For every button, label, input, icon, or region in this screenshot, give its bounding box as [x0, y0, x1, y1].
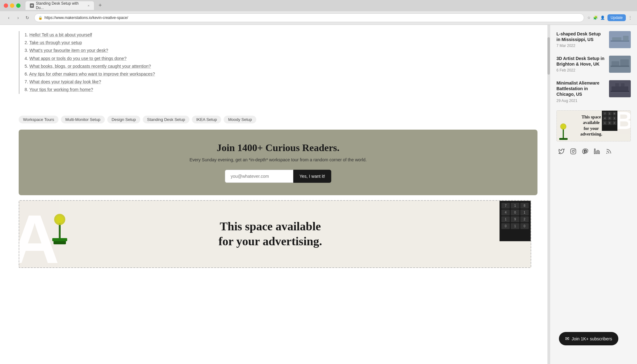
- toc-link-8[interactable]: Your tips for working from home?: [29, 87, 93, 92]
- browser-actions: ☆ 🧩 👤 Update ⋮: [587, 14, 632, 21]
- related-post-1-date: 7 Mar 2022: [556, 44, 605, 48]
- related-post-3-title[interactable]: Minimalist Alienware Battlestation in Ch…: [556, 80, 605, 97]
- related-post-2-title[interactable]: 3D Artist Desk Setup in Brighton & Hove,…: [556, 56, 605, 67]
- toc-link-7[interactable]: What does your typical day look like?: [30, 79, 101, 84]
- related-post-3: Minimalist Alienware Battlestation in Ch…: [556, 80, 631, 103]
- ad-small-text-line1: This space available: [582, 115, 601, 125]
- svg-rect-14: [611, 91, 629, 92]
- newsletter-form: Yes, I want it!: [31, 170, 525, 183]
- svg-rect-7: [612, 37, 621, 40]
- tab-title: Standing Desk Setup with Du...: [36, 1, 84, 10]
- minimize-button[interactable]: [10, 3, 14, 8]
- related-post-1-info: L-shaped Desk Setup in Mississippi, US 7…: [556, 31, 605, 48]
- profile-icon[interactable]: 👤: [600, 16, 605, 20]
- list-item[interactable]: 5. What books, blogs, or podcasts recent…: [25, 62, 537, 70]
- svg-point-26: [594, 149, 595, 150]
- toc-link-5[interactable]: What books, blogs, or podcasts recently …: [30, 64, 151, 69]
- right-sidebar: L-shaped Desk Setup in Mississippi, US 7…: [550, 25, 637, 364]
- newsletter-section: Join 1400+ Curious Readers. Every Sunday…: [19, 130, 537, 195]
- related-post-1-thumb[interactable]: [609, 31, 631, 48]
- svg-rect-21: [559, 138, 568, 140]
- tags-section: Workspace Tours Multi-Monitor Setup Desi…: [19, 109, 537, 130]
- instagram-icon[interactable]: [570, 148, 577, 155]
- ad-text-line2: for your advertising.: [218, 235, 322, 248]
- back-button[interactable]: ‹: [5, 14, 12, 21]
- address-bar-row: ‹ › ↻ 🔒 https://www.makerstations.io/kev…: [0, 11, 637, 25]
- related-post-1-title[interactable]: L-shaped Desk Setup in Mississippi, US: [556, 31, 605, 42]
- maximize-button[interactable]: [16, 3, 21, 8]
- list-item[interactable]: 7. What does your typical day look like?: [25, 78, 537, 86]
- toc-border-container: 1. Hello! Tell us a bit about yourself 2…: [19, 31, 537, 94]
- ad-small-text: This space available for your advertisin…: [562, 114, 625, 137]
- join-button-label: Join 1K+ subscribers: [572, 336, 612, 341]
- url-text: https://www.makerstations.io/kevin-creat…: [44, 16, 128, 20]
- related-post-3-thumb[interactable]: [609, 80, 631, 97]
- newsletter-title: Join 1400+ Curious Readers.: [31, 142, 525, 154]
- svg-rect-12: [620, 59, 629, 66]
- svg-rect-10: [611, 66, 629, 67]
- forward-button[interactable]: ›: [14, 14, 22, 21]
- join-subscribers-button[interactable]: ✉ Join 1K+ subscribers: [559, 332, 618, 345]
- tag-workspace-tours[interactable]: Workspace Tours: [19, 116, 58, 123]
- toc-link-3[interactable]: What's your favourite item on your desk?: [30, 48, 108, 53]
- svg-point-24: [574, 150, 575, 150]
- svg-rect-8: [623, 36, 629, 41]
- related-post-1: L-shaped Desk Setup in Mississippi, US 7…: [556, 31, 631, 48]
- address-bar[interactable]: 🔒 https://www.makerstations.io/kevin-cre…: [34, 13, 584, 22]
- linkedin-icon[interactable]: [593, 148, 601, 155]
- twitter-icon[interactable]: [558, 148, 565, 155]
- related-post-2-image: [609, 56, 631, 73]
- ad-small-text-line2: for your advertising.: [580, 126, 602, 136]
- svg-rect-16: [615, 83, 619, 86]
- newsletter-submit-button[interactable]: Yes, I want it!: [293, 170, 332, 183]
- pinterest-icon[interactable]: [581, 148, 589, 155]
- svg-rect-17: [621, 83, 625, 86]
- newsletter-subtitle: Every Sunday evening, get an *in-depth* …: [31, 157, 525, 162]
- main-scroll-area[interactable]: 1. Hello! Tell us a bit about yourself 2…: [0, 25, 550, 364]
- newsletter-email-input[interactable]: [225, 170, 293, 183]
- bookmark-icon[interactable]: ☆: [587, 16, 591, 20]
- extension-icon[interactable]: 🧩: [593, 16, 598, 20]
- ad-banner-text: This space available for your advertisin…: [19, 219, 531, 249]
- tab-bar: M Standing Desk Setup with Du... × +: [0, 0, 637, 11]
- tab-favicon: M: [30, 3, 34, 8]
- tag-standing-desk[interactable]: Standing Desk Setup: [143, 116, 189, 123]
- toc-link-4[interactable]: What apps or tools do you use to get thi…: [30, 56, 127, 61]
- scrollbar-thumb[interactable]: [547, 37, 550, 75]
- related-post-2-date: 6 Feb 2022: [556, 68, 605, 72]
- page-content: 1. Hello! Tell us a bit about yourself 2…: [0, 25, 637, 364]
- svg-rect-11: [611, 61, 619, 66]
- toc-link-2[interactable]: Take us through your setup: [29, 40, 82, 45]
- svg-rect-22: [571, 149, 576, 154]
- update-button[interactable]: Update: [607, 14, 626, 21]
- svg-rect-25: [594, 150, 595, 154]
- browser-chrome: M Standing Desk Setup with Du... × + ‹ ›…: [0, 0, 637, 25]
- social-icons: [556, 148, 631, 155]
- list-item[interactable]: 8. Your tips for working from home?: [25, 86, 537, 94]
- related-post-2-thumb[interactable]: [609, 56, 631, 73]
- menu-icon[interactable]: ⋮: [628, 16, 632, 20]
- active-tab[interactable]: M Standing Desk Setup with Du... ×: [26, 1, 94, 10]
- toc-link-6[interactable]: Any tips for other makers who want to im…: [29, 71, 155, 76]
- traffic-lights: [4, 3, 21, 8]
- list-item[interactable]: 3. What's your favourite item on your de…: [25, 47, 537, 54]
- toc-link-1[interactable]: Hello! Tell us a bit about yourself: [30, 32, 92, 37]
- list-item[interactable]: 1. Hello! Tell us a bit about yourself: [25, 31, 537, 39]
- scrollbar[interactable]: [547, 25, 550, 364]
- list-item[interactable]: 4. What apps or tools do you use to get …: [25, 55, 537, 62]
- list-item[interactable]: 2. Take us through your setup: [25, 39, 537, 47]
- toc-list: 1. Hello! Tell us a bit about yourself 2…: [25, 31, 537, 94]
- reload-button[interactable]: ↻: [24, 14, 31, 21]
- tab-close-icon[interactable]: ×: [88, 4, 90, 7]
- ad-text-line1: This space available: [220, 220, 321, 233]
- tag-ikea[interactable]: IKEA Setup: [192, 116, 221, 123]
- tag-multi-monitor[interactable]: Multi-Monitor Setup: [61, 116, 105, 123]
- ssl-lock-icon: 🔒: [38, 16, 43, 20]
- tag-moody[interactable]: Moody Setup: [224, 116, 256, 123]
- close-button[interactable]: [4, 3, 8, 8]
- related-post-2-info: 3D Artist Desk Setup in Brighton & Hove,…: [556, 56, 605, 72]
- rss-icon[interactable]: [605, 148, 612, 155]
- new-tab-button[interactable]: +: [96, 2, 104, 9]
- tag-design-setup[interactable]: Design Setup: [107, 116, 140, 123]
- list-item[interactable]: 6. Any tips for other makers who want to…: [25, 70, 537, 78]
